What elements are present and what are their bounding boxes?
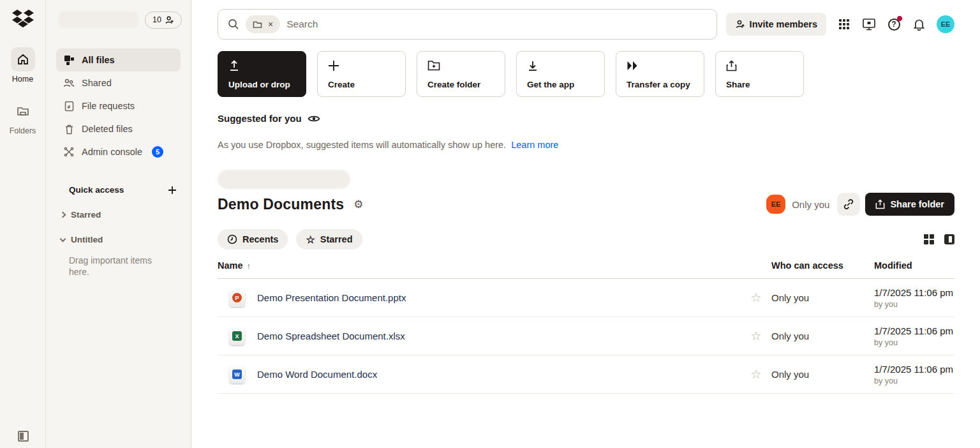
folder-access-label: Only you bbox=[792, 199, 829, 210]
file-table: Name ↑ Who can access Modified P Demo Pr… bbox=[218, 260, 954, 394]
card-label: Transfer a copy bbox=[627, 80, 690, 89]
eye-icon[interactable] bbox=[308, 114, 320, 123]
sidebar-item-label: Deleted files bbox=[82, 124, 133, 134]
filter-starred[interactable]: ☆ Starred bbox=[296, 229, 362, 250]
invite-members-button[interactable]: Invite members bbox=[726, 13, 826, 36]
table-row[interactable]: P Demo Presentation Document.pptx ☆ Only… bbox=[218, 279, 954, 317]
redacted-breadcrumb bbox=[218, 170, 350, 189]
redacted-team-name bbox=[59, 11, 138, 28]
transfer-icon bbox=[627, 60, 638, 71]
share-icon bbox=[875, 199, 885, 209]
quick-access-starred[interactable]: Starred bbox=[46, 210, 191, 220]
rail-item-folders[interactable]: Folders bbox=[10, 99, 36, 135]
get-the-app-button[interactable]: Get the app bbox=[516, 51, 605, 97]
sidebar-nav: All files Shared File requests bbox=[46, 49, 191, 163]
column-header-access[interactable]: Who can access bbox=[771, 260, 874, 271]
quick-access-untitled[interactable]: Untitled bbox=[46, 235, 191, 244]
search-input[interactable] bbox=[286, 19, 706, 30]
modified-by: by you bbox=[874, 377, 954, 385]
clock-icon bbox=[227, 234, 237, 244]
folder-icon bbox=[253, 20, 262, 29]
star-icon[interactable]: ☆ bbox=[750, 290, 761, 305]
star-icon[interactable]: ☆ bbox=[750, 367, 761, 382]
sidebar-item-label: File requests bbox=[82, 101, 135, 111]
member-count-pill[interactable]: 10 bbox=[145, 11, 182, 29]
close-icon[interactable]: × bbox=[268, 19, 273, 29]
sidebar-item-file-requests[interactable]: File requests bbox=[56, 94, 181, 117]
file-name[interactable]: Demo Spreadsheet Document.xlsx bbox=[257, 331, 405, 341]
quick-access-empty-hint: Drag important items here. bbox=[46, 255, 170, 278]
excel-file-icon: X bbox=[229, 327, 245, 345]
filter-label: Recents bbox=[242, 234, 278, 244]
share-button[interactable]: Share bbox=[715, 51, 804, 97]
quick-access-label: Untitled bbox=[71, 235, 103, 244]
help-icon[interactable]: ? bbox=[887, 17, 901, 31]
star-icon[interactable]: ☆ bbox=[750, 329, 761, 343]
create-button[interactable]: Create bbox=[317, 51, 406, 97]
sidebar-item-shared[interactable]: Shared bbox=[56, 71, 181, 94]
folder-settings-gear-icon[interactable]: ⚙ bbox=[353, 198, 363, 211]
upload-or-drop-button[interactable]: Upload or drop bbox=[218, 51, 306, 97]
suggested-title: Suggested for you bbox=[218, 113, 302, 124]
table-row[interactable]: W Demo Word Document.docx ☆ Only you 1/7… bbox=[218, 355, 954, 394]
rail-label: Home bbox=[12, 75, 33, 84]
create-folder-button[interactable]: Create folder bbox=[417, 51, 505, 97]
trash-icon bbox=[63, 124, 75, 135]
table-row[interactable]: X Demo Spreadsheet Document.xlsx ☆ Only … bbox=[218, 317, 954, 355]
quick-access-title: Quick access bbox=[69, 185, 124, 195]
search-scope-chip[interactable]: × bbox=[246, 15, 280, 33]
card-label: Get the app bbox=[527, 80, 574, 89]
dropbox-logo-icon[interactable] bbox=[11, 9, 34, 32]
file-requests-icon bbox=[63, 101, 75, 112]
grid-view-icon[interactable] bbox=[924, 234, 934, 244]
file-name[interactable]: Demo Word Document.docx bbox=[257, 369, 377, 380]
table-header: Name ↑ Who can access Modified bbox=[218, 260, 954, 279]
transfer-a-copy-button[interactable]: Transfer a copy bbox=[616, 51, 704, 97]
main-content: × Invite members ? bbox=[192, 0, 980, 448]
modified-by: by you bbox=[874, 338, 954, 347]
account-avatar[interactable]: EE bbox=[937, 15, 954, 33]
upload-icon bbox=[228, 60, 240, 71]
share-icon bbox=[726, 60, 737, 71]
modified-date: 1/7/2025 11:06 pm bbox=[874, 325, 954, 336]
home-icon bbox=[11, 47, 35, 71]
add-quick-access-icon[interactable] bbox=[168, 186, 177, 195]
chevron-down-icon bbox=[60, 235, 66, 242]
learn-more-link[interactable]: Learn more bbox=[511, 140, 558, 150]
sidebar-item-all-files[interactable]: All files bbox=[56, 49, 181, 71]
share-folder-label: Share folder bbox=[890, 199, 944, 209]
rail-item-home[interactable]: Home bbox=[11, 47, 35, 84]
who-can-access: Only you bbox=[771, 292, 874, 303]
filter-recents[interactable]: Recents bbox=[218, 229, 288, 250]
modified-date: 1/7/2025 11:06 pm bbox=[874, 364, 954, 375]
sidebar-item-admin-console[interactable]: Admin console 5 bbox=[56, 140, 181, 163]
column-header-modified[interactable]: Modified bbox=[874, 260, 954, 271]
card-label: Create folder bbox=[427, 80, 480, 89]
modified-date: 1/7/2025 11:06 pm bbox=[874, 287, 954, 298]
screen-share-icon[interactable] bbox=[862, 17, 876, 31]
all-files-icon bbox=[63, 55, 75, 66]
sidebar-item-deleted-files[interactable]: Deleted files bbox=[56, 117, 181, 140]
copy-link-button[interactable] bbox=[837, 193, 860, 216]
card-label: Share bbox=[726, 80, 750, 89]
file-name[interactable]: Demo Presentation Document.pptx bbox=[257, 292, 406, 303]
member-count: 10 bbox=[152, 15, 161, 24]
filter-label: Starred bbox=[320, 234, 353, 244]
sidebar-item-label: Shared bbox=[82, 78, 112, 88]
share-folder-button[interactable]: Share folder bbox=[865, 193, 954, 216]
column-header-name[interactable]: Name bbox=[218, 260, 243, 271]
side-panel-view-icon[interactable] bbox=[944, 234, 954, 244]
plus-icon bbox=[328, 60, 339, 71]
sort-ascending-icon[interactable]: ↑ bbox=[247, 261, 251, 271]
apps-grid-icon[interactable] bbox=[837, 17, 851, 31]
search-bar[interactable]: × bbox=[218, 9, 717, 40]
folder-member-avatar[interactable]: EE bbox=[766, 195, 785, 214]
notifications-bell-icon[interactable] bbox=[912, 17, 926, 31]
icon-rail: Home Folders bbox=[0, 0, 46, 448]
collapse-sidebar-icon[interactable] bbox=[18, 431, 29, 442]
chevron-right-icon bbox=[60, 212, 66, 218]
card-label: Create bbox=[328, 80, 355, 89]
invite-members-label: Invite members bbox=[750, 19, 817, 29]
star-icon: ☆ bbox=[306, 234, 315, 246]
powerpoint-file-icon: P bbox=[229, 289, 245, 307]
